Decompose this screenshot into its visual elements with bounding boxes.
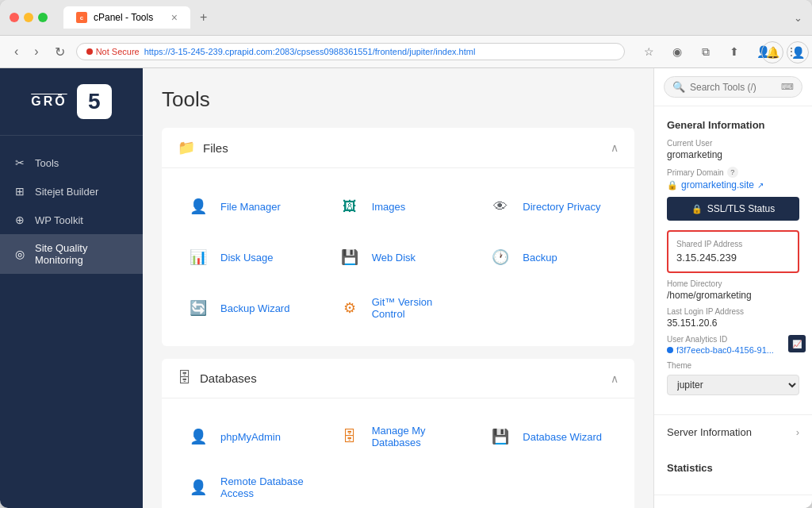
tool-backup[interactable]: 🕐 Backup: [480, 235, 619, 279]
last-login-value: 35.151.20.6: [667, 318, 799, 329]
security-dot-icon: [86, 48, 93, 55]
tool-manage-databases[interactable]: 🗄 Manage My Databases: [329, 414, 468, 459]
manage-db-icon: 🗄: [335, 422, 364, 451]
tab-close-icon[interactable]: ×: [171, 11, 178, 24]
general-info-section: General Information Current User gromark…: [654, 106, 812, 415]
search-input[interactable]: [690, 82, 776, 93]
forward-button[interactable]: ›: [29, 43, 43, 60]
files-chevron-icon: ∧: [611, 141, 619, 154]
remote-db-label: Remote Database Access: [220, 475, 310, 499]
sidebar-item-tools-label: Tools: [35, 157, 59, 169]
browser-more-icon[interactable]: ⌄: [794, 12, 802, 24]
search-area: 🔍 ⌨: [654, 68, 812, 106]
backup-label: Backup: [523, 252, 557, 264]
web-disk-icon: 💾: [335, 243, 364, 271]
web-disk-label: Web Disk: [372, 252, 416, 264]
close-button[interactable]: [10, 13, 19, 22]
sitequality-icon: ◎: [13, 248, 27, 260]
minimize-button[interactable]: [24, 13, 33, 22]
server-info-arrow-icon: ›: [796, 426, 799, 438]
last-login-row: Last Login IP Address 35.151.20.6: [667, 307, 799, 329]
ssl-btn-label: SSL/TLS Status: [707, 203, 775, 214]
url-bar[interactable]: Not Secure https://3-15-245-239.cprapid.…: [76, 43, 625, 60]
window-controls: [10, 13, 48, 22]
sidebar-item-sitejet-label: Sitejet Builder: [35, 186, 98, 198]
extensions-icon[interactable]: ⧉: [695, 40, 717, 63]
sidebar: GRŌ 5 ✂ Tools ⊞ Sitejet Builder ⊕: [0, 68, 143, 508]
tool-phpmyadmin[interactable]: 👤 phpMyAdmin: [178, 414, 316, 459]
sidebar-item-sitequality[interactable]: ◎ Site Quality Monitoring: [0, 234, 143, 274]
sidebar-item-sitejet[interactable]: ⊞ Sitejet Builder: [0, 177, 143, 206]
security-badge: Not Secure: [86, 47, 140, 56]
tool-images[interactable]: 🖼 Images: [329, 184, 468, 229]
help-icon: ?: [727, 167, 738, 178]
theme-label: Theme: [667, 361, 799, 370]
current-user-row: Current User gromarketing: [667, 139, 799, 160]
tool-remote-database[interactable]: 👤 Remote Database Access: [178, 465, 316, 508]
general-info-title: General Information: [667, 119, 799, 131]
sitequality-line2: Monitoring: [35, 254, 87, 266]
server-info-label: Server Information: [667, 426, 752, 438]
ssl-tls-button[interactable]: 🔒 SSL/TLS Status: [667, 197, 799, 221]
home-dir-label: Home Directory: [667, 279, 799, 288]
db-wizard-label: Database Wizard: [523, 431, 602, 443]
git-label: Git™ Version Control: [372, 296, 462, 320]
tab-title: cPanel - Tools: [94, 12, 153, 23]
bookmark-icon[interactable]: ☆: [638, 40, 660, 63]
primary-domain-label: Primary Domain ?: [667, 167, 799, 178]
tool-directory-privacy[interactable]: 👁 Directory Privacy: [480, 184, 619, 229]
disk-usage-icon: 📊: [184, 243, 213, 271]
active-tab[interactable]: c cPanel - Tools ×: [63, 6, 190, 29]
browser-titlebar: c cPanel - Tools × + ⌄: [0, 0, 812, 36]
tab-add-icon[interactable]: +: [200, 10, 207, 25]
maximize-button[interactable]: [38, 13, 48, 22]
tool-git-version[interactable]: ⚙ Git™ Version Control: [329, 286, 468, 330]
files-section-label: Files: [203, 141, 228, 155]
analytics-bullet-icon: [667, 347, 673, 353]
security-label: Not Secure: [96, 47, 140, 56]
search-submit-icon[interactable]: ⌨: [781, 82, 794, 92]
analytics-chart-icon[interactable]: 📈: [788, 335, 806, 352]
sidebar-item-wptoolkit-label: WP Toolkit: [35, 214, 83, 226]
sidebar-item-wptoolkit[interactable]: ⊕ WP Toolkit: [0, 206, 143, 234]
sidebar-item-tools[interactable]: ✂ Tools: [0, 148, 143, 177]
back-button[interactable]: ‹: [10, 43, 23, 60]
tool-backup-wizard[interactable]: 🔄 Backup Wizard: [178, 286, 316, 330]
primary-domain-row: Primary Domain ? 🔒 gromarketing.site: [667, 167, 799, 190]
tool-web-disk[interactable]: 💾 Web Disk: [329, 235, 468, 279]
databases-section-header[interactable]: 🗄 Databases ∧: [162, 359, 634, 398]
app-container: GRŌ 5 ✂ Tools ⊞ Sitejet Builder ⊕: [0, 68, 812, 508]
tool-disk-usage[interactable]: 📊 Disk Usage: [178, 235, 316, 279]
right-panel: 🔍 ⌨ 🔔 👤 General Information Current User…: [653, 68, 812, 508]
profile-circle-icon[interactable]: ◉: [666, 40, 688, 63]
directory-privacy-label: Directory Privacy: [523, 201, 600, 213]
ssl-lock-icon: 🔒: [691, 204, 703, 214]
last-login-label: Last Login IP Address: [667, 307, 799, 316]
db-wizard-icon: 💾: [486, 422, 515, 451]
tool-database-wizard[interactable]: 💾 Database Wizard: [480, 414, 619, 459]
theme-select[interactable]: jupiter paper_lantern: [667, 375, 799, 395]
analytics-id-label: User Analytics ID: [667, 335, 799, 344]
share-icon[interactable]: ⬆: [723, 40, 745, 63]
images-icon: 🖼: [335, 192, 364, 221]
shared-ip-row: Shared IP Address 3.15.245.239: [667, 230, 799, 273]
tab-favicon: c: [76, 12, 87, 23]
databases-chevron-icon: ∧: [611, 372, 619, 385]
files-section-header[interactable]: 📁 Files ∧: [162, 128, 634, 168]
tool-file-manager[interactable]: 👤 File Manager: [178, 184, 316, 229]
file-manager-label: File Manager: [220, 201, 281, 213]
databases-section: 🗄 Databases ∧ 👤 phpMyAdmin 🗄 Manage My D: [162, 359, 634, 508]
databases-section-label-wrap: 🗄 Databases: [178, 370, 257, 387]
file-manager-icon: 👤: [184, 192, 213, 221]
sitequality-label-wrap: Site Quality Monitoring: [35, 242, 87, 266]
home-dir-row: Home Directory /home/gromarketing: [667, 279, 799, 301]
logo-number: 5: [88, 89, 101, 114]
reload-button[interactable]: ↻: [50, 43, 70, 61]
files-section: 📁 Files ∧ 👤 File Manager 🖼 Images: [162, 128, 634, 346]
backup-icon: 🕐: [486, 243, 515, 271]
statistics-title: Statistics: [667, 462, 799, 474]
server-info-link[interactable]: Server Information ›: [654, 415, 812, 449]
analytics-id-row: User Analytics ID f3f7eecb-bac0-4156-91.…: [667, 335, 799, 355]
search-bar[interactable]: 🔍 ⌨: [664, 76, 802, 98]
primary-domain-value: 🔒 gromarketing.site: [667, 179, 799, 190]
